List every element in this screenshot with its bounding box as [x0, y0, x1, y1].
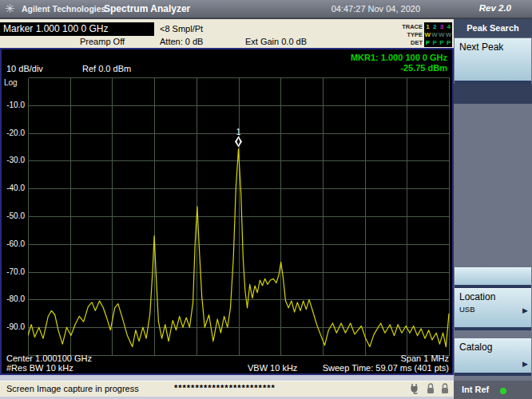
y-axis-tick-label: -50.0	[2, 211, 25, 220]
softkey-next-peak[interactable]: Next Peak	[455, 38, 531, 84]
y-axis-tick-label: -20.0	[2, 128, 25, 137]
softkey-menu-title: Peak Search	[454, 19, 532, 38]
status-progress: ************************	[174, 383, 276, 393]
status-icons	[410, 382, 449, 395]
y-axis-tick-label: -80.0	[2, 294, 25, 303]
trace-legend-labels: TRACETYPEDET	[382, 23, 423, 47]
sweep-time-annotation: Sweep Time: 59.07 ms (401 pts)	[323, 363, 449, 373]
lock-icon	[427, 383, 435, 395]
status-bar: Screen Image capture in progress *******…	[0, 381, 454, 397]
lock-icon	[441, 383, 449, 395]
y-axis-tick-label: -30.0	[2, 156, 25, 164]
span-annotation: Span 1 MHz	[400, 354, 449, 363]
int-ref-status-dot	[500, 388, 506, 394]
softkey-blank[interactable]	[455, 267, 531, 288]
marker-amplitude: -25.75 dBm	[351, 63, 447, 73]
spectrum-plot: 1	[28, 77, 450, 357]
ref-level-label: Ref 0.0 dBm	[82, 64, 131, 73]
marker-1-label: 1	[236, 128, 241, 136]
spectrum-analyzer-screen: ✳ Agilent Technologies Spectrum Analyzer…	[0, 0, 532, 399]
submenu-arrow-icon: ▶	[522, 306, 528, 314]
attenuation-status: Atten: 0 dB	[160, 37, 203, 46]
sampling-info: <8 Smpl/Pt	[160, 24, 203, 34]
softkey-label: Location	[459, 291, 495, 302]
softkey-dark-zone	[454, 84, 532, 104]
softkey-catalog[interactable]: Catalog ▶	[455, 338, 531, 376]
y-axis-tick-label: -40.0	[2, 184, 25, 192]
softkey-sidebar: Peak Search Next Peak Location USB ▶ Cat…	[454, 19, 532, 399]
scale-type-label: Log	[4, 78, 18, 87]
vbw-annotation: VBW 10 kHz	[248, 363, 297, 373]
y-axis-tick-label: -60.0	[2, 239, 25, 248]
amplitude-scale-label: 10 dB/div	[6, 64, 43, 73]
y-axis-tick-label: -90.0	[2, 322, 25, 331]
graticule-area: 1	[28, 77, 450, 360]
int-ref-bar: Int Ref	[454, 381, 532, 399]
softkey-sublabel: USB	[459, 305, 475, 314]
datetime: 04:47:27 Nov 04, 2020	[332, 4, 420, 14]
title-bar: ✳ Agilent Technologies Spectrum Analyzer…	[0, 0, 532, 19]
res-bw-annotation: #Res BW 10 kHz	[6, 363, 73, 373]
power-plug-icon	[410, 383, 420, 395]
submenu-arrow-icon: ▶	[522, 360, 528, 368]
y-axis-tick-label: -10.0	[2, 101, 25, 109]
spectrum-display: 10 dB/div Ref 0.0 dBm Log MKR1: 1.000 10…	[0, 48, 454, 375]
ext-gain-status: Ext Gain 0.0 dB	[245, 37, 307, 46]
softkey-label: Catalog	[459, 342, 492, 353]
softkey-label: Next Peak	[459, 41, 503, 53]
marker-readout: MKR1: 1.000 100 0 GHz -25.75 dBm	[351, 53, 447, 73]
status-message: Screen Image capture in progress	[6, 384, 139, 393]
measurement-bar: Marker 1.000 100 0 GHz <8 Smpl/Pt Preamp…	[0, 19, 454, 48]
y-axis-tick-label: -70.0	[2, 267, 25, 276]
preamp-status: Preamp Off	[80, 37, 125, 46]
trace-legend-box: 1234WWWWPPPP	[424, 22, 452, 47]
active-function-readout: Marker 1.000 100 0 GHz	[0, 22, 154, 36]
int-ref-label: Int Ref	[462, 385, 489, 394]
app-title: Spectrum Analyzer	[104, 3, 190, 14]
agilent-logo-icon: ✳	[5, 2, 15, 16]
firmware-rev: Rev 2.0	[479, 3, 511, 13]
brand-name: Agilent Technologies	[22, 4, 105, 14]
softkey-location[interactable]: Location USB ▶	[455, 288, 531, 330]
center-freq-annotation: Center 1.000100 GHz	[6, 354, 92, 363]
marker-frequency: MKR1: 1.000 100 0 GHz	[351, 53, 447, 63]
